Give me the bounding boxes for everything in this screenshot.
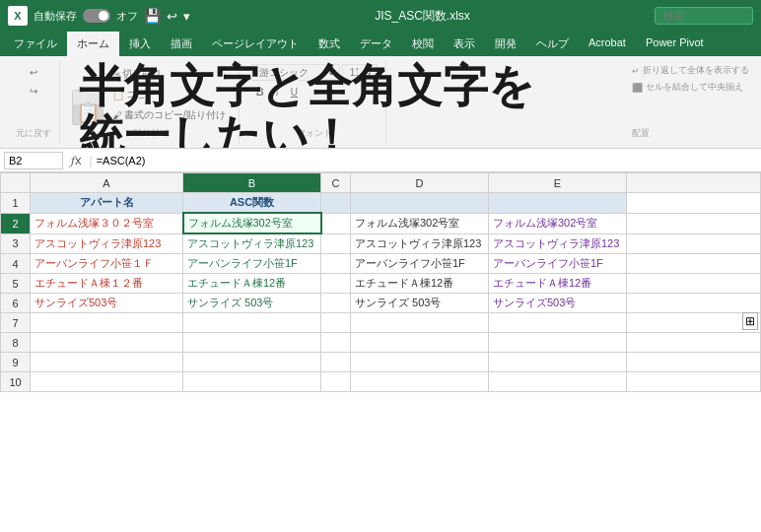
cell-extra-5 bbox=[627, 274, 761, 294]
toolbar-icon-undo[interactable]: ↩ bbox=[167, 9, 177, 24]
col-header-b[interactable]: B bbox=[183, 173, 321, 193]
cell-a1[interactable]: アパート名 bbox=[31, 193, 183, 214]
cell-a9[interactable] bbox=[31, 353, 183, 372]
sheet-table: A B C D E 1 アパート名 ASC関数 2 フォルム浅 bbox=[0, 172, 761, 392]
cell-d3[interactable]: アスコットヴィラ津原123 bbox=[351, 233, 489, 254]
ribbon-panel: 半角文字と全角文字を 統一したい！ ↩ ↪ 元に戻す 📋 ✂ 切り取り 📋 コピ… bbox=[0, 56, 761, 149]
table-row: 1 アパート名 ASC関数 bbox=[1, 193, 761, 214]
autosave-toggle[interactable] bbox=[83, 9, 110, 23]
tab-formula[interactable]: 数式 bbox=[309, 32, 350, 56]
row-header-2[interactable]: 2 bbox=[1, 213, 31, 233]
overlay-line1: 半角文字と全角文字を bbox=[79, 61, 534, 111]
merge-cells-icon: ⬛ bbox=[632, 83, 643, 93]
tab-file[interactable]: ファイル bbox=[4, 32, 67, 56]
cell-c7[interactable] bbox=[321, 313, 351, 333]
cell-e1[interactable] bbox=[489, 193, 627, 214]
tab-review[interactable]: 校閲 bbox=[402, 32, 444, 56]
cell-b3[interactable]: アスコットヴィラ津原123 bbox=[183, 233, 321, 254]
cell-c3[interactable] bbox=[321, 233, 351, 254]
cell-b5[interactable]: エチュードＡ棟12番 bbox=[183, 274, 321, 294]
cell-e5[interactable]: エチュードＡ棟12番 bbox=[489, 274, 627, 294]
row-header-6[interactable]: 6 bbox=[1, 294, 31, 313]
cell-c9[interactable] bbox=[321, 353, 351, 372]
cell-b1[interactable]: ASC関数 bbox=[183, 193, 321, 214]
tab-powerpivot[interactable]: Power Pivot bbox=[636, 32, 714, 56]
tab-help[interactable]: ヘルプ bbox=[526, 32, 579, 56]
formula-separator: | bbox=[90, 154, 93, 167]
cell-c4[interactable] bbox=[321, 254, 351, 274]
cell-extra-2 bbox=[627, 213, 761, 233]
row-header-5[interactable]: 5 bbox=[1, 274, 31, 294]
search-input[interactable] bbox=[655, 7, 753, 25]
tab-draw[interactable]: 描画 bbox=[161, 32, 202, 56]
row-header-8[interactable]: 8 bbox=[1, 333, 31, 353]
cell-reference-box[interactable]: B2 bbox=[4, 152, 63, 169]
tab-data[interactable]: データ bbox=[350, 32, 402, 56]
quick-analysis-icon[interactable]: ⊞ bbox=[742, 312, 758, 330]
col-header-d[interactable]: D bbox=[351, 173, 489, 193]
row-header-1[interactable]: 1 bbox=[1, 193, 31, 214]
cell-d1[interactable] bbox=[351, 193, 489, 214]
cell-d2[interactable]: フォルム浅塚302号室 bbox=[351, 213, 489, 233]
toolbar-separator: ▾ bbox=[183, 9, 190, 24]
col-header-c[interactable]: C bbox=[321, 173, 351, 193]
cell-a4[interactable]: アーバンライフ小笹１Ｆ bbox=[31, 254, 183, 274]
cell-d6[interactable]: サンライズ 503号 bbox=[351, 294, 489, 313]
cell-c10[interactable] bbox=[321, 372, 351, 392]
row-header-7[interactable]: 7 bbox=[1, 313, 31, 333]
autosave-label: 自動保存 bbox=[34, 9, 77, 24]
cell-b9[interactable] bbox=[183, 353, 321, 372]
tab-insert[interactable]: 挿入 bbox=[119, 32, 161, 56]
cell-b8[interactable] bbox=[183, 333, 321, 353]
cell-b2[interactable]: フォルム浅塚302号室 bbox=[183, 213, 321, 233]
cell-a8[interactable] bbox=[31, 333, 183, 353]
redo-button[interactable]: ↪ bbox=[25, 83, 42, 100]
formula-input[interactable] bbox=[97, 155, 757, 166]
tab-home[interactable]: ホーム bbox=[67, 32, 119, 56]
cell-d5[interactable]: エチュードＡ棟12番 bbox=[351, 274, 489, 294]
cell-e2[interactable]: フォルム浅塚302号室 bbox=[489, 213, 627, 233]
row-header-3[interactable]: 3 bbox=[1, 233, 31, 254]
col-header-a[interactable]: A bbox=[31, 173, 183, 193]
row-header-10[interactable]: 10 bbox=[1, 372, 31, 392]
cell-b4[interactable]: アーバンライフ小笹1F bbox=[183, 254, 321, 274]
cell-e8[interactable] bbox=[489, 333, 627, 353]
cell-d8[interactable] bbox=[351, 333, 489, 353]
tab-page-layout[interactable]: ページレイアウト bbox=[202, 32, 309, 56]
undo-button[interactable]: ↩ bbox=[25, 64, 42, 81]
cell-b7[interactable] bbox=[183, 313, 321, 333]
cell-d4[interactable]: アーバンライフ小笹1F bbox=[351, 254, 489, 274]
cell-a6[interactable]: サンライズ503号 bbox=[31, 294, 183, 313]
tab-view[interactable]: 表示 bbox=[444, 32, 485, 56]
cell-e6[interactable]: サンライズ503号 bbox=[489, 294, 627, 313]
cell-b10[interactable] bbox=[183, 372, 321, 392]
cell-c1[interactable] bbox=[321, 193, 351, 214]
cell-c2[interactable] bbox=[321, 213, 351, 233]
tab-dev[interactable]: 開発 bbox=[485, 32, 526, 56]
toolbar-icon-save[interactable]: 💾 bbox=[144, 8, 161, 24]
cell-c5[interactable] bbox=[321, 274, 351, 294]
cell-c6[interactable] bbox=[321, 294, 351, 313]
function-icon: 𝑓x bbox=[67, 153, 86, 168]
cell-extra-8 bbox=[627, 333, 761, 353]
cell-a3[interactable]: アスコットヴィラ津原123 bbox=[31, 233, 183, 254]
cell-e9[interactable] bbox=[489, 353, 627, 372]
cell-e7[interactable] bbox=[489, 313, 627, 333]
row-header-4[interactable]: 4 bbox=[1, 254, 31, 274]
cell-d10[interactable] bbox=[351, 372, 489, 392]
cell-a2[interactable]: フォルム浅塚３０２号室 bbox=[31, 213, 183, 233]
cell-a10[interactable] bbox=[31, 372, 183, 392]
cell-d7[interactable] bbox=[351, 313, 489, 333]
cell-b6[interactable]: サンライズ 503号 bbox=[183, 294, 321, 313]
cell-e4[interactable]: アーバンライフ小笹1F bbox=[489, 254, 627, 274]
cell-a5[interactable]: エチュードＡ棟１２番 bbox=[31, 274, 183, 294]
cell-c8[interactable] bbox=[321, 333, 351, 353]
cell-d9[interactable] bbox=[351, 353, 489, 372]
col-header-e[interactable]: E bbox=[489, 173, 627, 193]
cell-e3[interactable]: アスコットヴィラ津原123 bbox=[489, 233, 627, 254]
tab-acrobat[interactable]: Acrobat bbox=[579, 32, 636, 56]
document-title: JIS_ASC関数.xlsx bbox=[196, 8, 649, 25]
cell-a7[interactable] bbox=[31, 313, 183, 333]
row-header-9[interactable]: 9 bbox=[1, 353, 31, 372]
cell-e10[interactable] bbox=[489, 372, 627, 392]
